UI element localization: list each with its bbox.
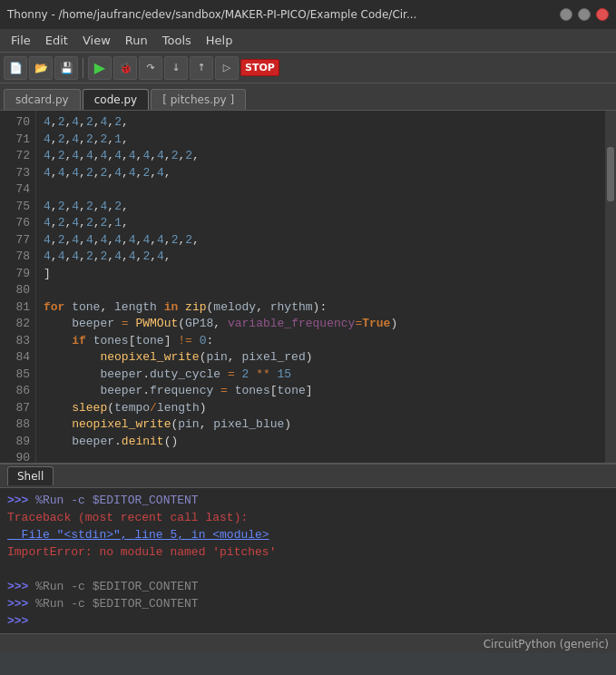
code-line-75: 4,2,4,2,4,2, [44,199,601,216]
menu-edit[interactable]: Edit [38,32,75,49]
code-line-86: beeper.frequency = tones[tone] [44,383,601,400]
maximize-button[interactable] [578,8,591,21]
shell-err-import: ImportError: no module named 'pitches' [7,545,276,559]
code-line-82: beeper = PWMOut(GP18, variable_frequency… [44,316,601,333]
code-line-90 [44,450,601,463]
editor-scrollbar[interactable] [605,111,616,463]
shell-input[interactable] [35,614,43,628]
line-numbers: 7071727374 7576777879 8081828384 8586878… [0,111,36,463]
shell-cmd-2: >>> %Run -c $EDITOR_CONTENT [7,595,609,612]
scrollbar-thumb[interactable] [607,147,614,201]
shell-area: Shell >>> %Run -c $EDITOR_CONTENT Traceb… [0,463,616,633]
code-line-77: 4,2,4,4,4,4,4,4,4,2,2, [44,232,601,249]
tab-sdcard[interactable]: sdcard.py [4,89,81,110]
status-text: CircuitPython (generic) [484,638,609,651]
code-line-72: 4,2,4,4,4,4,4,4,4,2,2, [44,148,601,165]
shell-tab[interactable]: Shell [7,466,54,485]
toolbar-separator-1 [83,58,83,78]
shell-cmd-1: >>> %Run -c $EDITOR_CONTENT [7,578,609,595]
toolbar: 📄 📂 💾 ▶ 🐞 ↷ ↓ ↑ ▷ STOP [0,53,616,83]
code-line-80 [44,282,601,299]
code-line-71: 4,2,4,2,2,1, [44,132,601,149]
shell-prompt-1: >>> [7,580,28,593]
shell-prompt-symbol: >>> [7,494,28,507]
shell-blank [7,561,609,578]
menu-tools[interactable]: Tools [155,32,199,49]
code-line-85: beeper.duty_cycle = 2 ** 15 [44,367,601,384]
code-line-88: neopixel_write(pin, pixel_blue) [44,416,601,434]
shell-active-prompt-symbol: >>> [7,614,28,628]
title-bar: Thonny - /home/jaufranc/edev/sandbox/MAK… [0,0,616,29]
open-file-button[interactable]: 📂 [29,56,53,80]
shell-cmd-text-2: %Run -c $EDITOR_CONTENT [35,597,198,611]
shell-line-prior: >>> %Run -c $EDITOR_CONTENT [7,492,609,509]
code-line-73: 4,4,4,2,2,4,4,2,4, [44,165,601,182]
code-line-78: 4,4,4,2,2,4,4,2,4, [44,249,601,266]
code-line-81: for tone, length in zip(melody, rhythm): [44,299,601,317]
code-line-84: neopixel_write(pin, pixel_red) [44,349,601,367]
menu-help[interactable]: Help [199,32,240,49]
tabs-row: sdcard.py code.py [ pitches.py ] [0,83,616,111]
tab-code[interactable]: code.py [83,89,149,110]
menu-bar: File Edit View Run Tools Help [0,29,616,53]
code-line-79: ] [44,266,601,283]
menu-run[interactable]: Run [118,32,155,49]
minimize-button[interactable] [560,8,572,21]
code-line-83: if tones[tone] != 0: [44,333,601,350]
window-controls [560,8,609,21]
shell-header: Shell [0,465,616,488]
new-file-button[interactable]: 📄 [4,56,27,80]
resume-button[interactable]: ▷ [215,56,239,80]
code-line-87: sleep(tempo/length) [44,400,601,417]
step-into-button[interactable]: ↓ [164,56,188,80]
shell-prompt-2: >>> [7,597,28,611]
shell-traceback: Traceback (most recent call last): [7,509,609,526]
code-line-76: 4,2,4,2,2,1, [44,215,601,232]
stop-button[interactable]: STOP [240,59,279,76]
shell-content[interactable]: >>> %Run -c $EDITOR_CONTENT Traceback (m… [0,488,616,633]
menu-file[interactable]: File [4,32,38,49]
shell-active-prompt[interactable]: >>> [7,612,609,630]
code-line-89: beeper.deinit() [44,434,601,451]
shell-err-link[interactable]: File "<stdin>", line 5, in <module> [7,528,269,542]
shell-cmd-prior: %Run -c $EDITOR_CONTENT [35,494,198,507]
menu-view[interactable]: View [75,32,118,49]
run-button[interactable]: ▶ [88,56,112,80]
code-content[interactable]: 4,2,4,2,4,2, 4,2,4,2,2,1, 4,2,4,4,4,4,4,… [36,111,605,463]
tab-pitches[interactable]: [ pitches.py ] [151,89,246,110]
shell-cmd-text-1: %Run -c $EDITOR_CONTENT [35,580,198,593]
save-file-button[interactable]: 💾 [54,56,78,80]
debug-button[interactable]: 🐞 [113,56,137,80]
title-text: Thonny - /home/jaufranc/edev/sandbox/MAK… [7,8,560,21]
editor-area: 7071727374 7576777879 8081828384 8586878… [0,111,616,463]
status-bar: CircuitPython (generic) [0,633,616,653]
step-out-button[interactable]: ↑ [190,56,213,80]
shell-file-link[interactable]: File "<stdin>", line 5, in <module> [7,526,609,543]
close-button[interactable] [596,8,609,21]
step-over-button[interactable]: ↷ [139,56,162,80]
shell-err-traceback: Traceback (most recent call last): [7,511,248,524]
shell-import-error: ImportError: no module named 'pitches' [7,543,609,561]
code-line-70: 4,2,4,2,4,2, [44,114,601,132]
code-line-74 [44,181,601,199]
